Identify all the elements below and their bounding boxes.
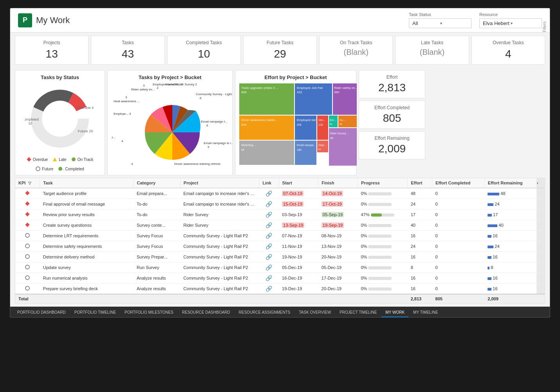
cell-effort-completed: 0 — [432, 231, 485, 241]
svg-text:Completed: Completed — [25, 117, 39, 121]
effort-completed-value: 805 — [365, 112, 419, 125]
link-icon[interactable]: 🔗 — [266, 233, 272, 239]
tab-portfolio-dashboard[interactable]: PORTFOLIO DASHBOARD — [13, 308, 70, 317]
cell-effort-remaining: 16 — [484, 231, 537, 241]
svg-text:Employe... 3: Employe... 3 — [114, 112, 131, 116]
link-icon[interactable]: 🔗 — [266, 243, 272, 249]
tab-resource-assignments[interactable]: RESOURCE ASSIGNMENTS — [235, 308, 294, 317]
cell-start: 13-Sep-19 — [279, 220, 318, 231]
resource-chevron-icon: ▾ — [511, 21, 538, 25]
bottom-tabs: PORTFOLIO DASHBOARDPORTFOLIO TIMELINEPOR… — [10, 307, 550, 317]
svg-text:Track upgrades (miles 3 ...: Track upgrades (miles 3 ... — [241, 86, 278, 90]
link-icon[interactable]: 🔗 — [266, 211, 272, 218]
col-effort-remaining[interactable]: Effort Remaining — [484, 178, 537, 188]
total-effort: 2,813 — [408, 294, 432, 303]
cell-start: 11-Nov-19 — [279, 241, 318, 252]
cell-link[interactable]: 🔗 — [259, 284, 279, 294]
cell-task: Final approval of email message — [40, 199, 134, 210]
cell-progress: 0% — [358, 284, 407, 294]
col-category[interactable]: Category — [134, 178, 180, 188]
tasks-by-status-chart: Tasks by Status Completed 10 Overdue 4 F… — [15, 70, 105, 175]
col-finish[interactable]: Finish — [318, 178, 358, 188]
cell-effort-remaining: 8 — [484, 262, 537, 273]
link-icon[interactable]: 🔗 — [266, 201, 272, 207]
cell-project: Rider Survey — [180, 220, 259, 231]
cell-finish: 19-Sep-19 — [318, 220, 358, 231]
svg-text:✓: ✓ — [62, 167, 63, 171]
cell-link[interactable]: 🔗 — [259, 188, 279, 199]
col-start[interactable]: Start — [279, 178, 318, 188]
cell-finish: 13-Nov-19 — [318, 241, 358, 252]
link-icon[interactable]: 🔗 — [266, 275, 272, 281]
col-project[interactable]: Project — [180, 178, 259, 188]
table-row: Review prior survey results To-do Rider … — [15, 210, 545, 220]
cell-kpi — [15, 220, 40, 231]
table-header-row: KPI ▽ Task Category Project Link Start F… — [15, 178, 545, 188]
cell-effort-remaining: 16 — [484, 273, 537, 284]
link-icon[interactable]: 🔗 — [266, 254, 272, 260]
cell-project: Community Survey - Light Rail P2 — [180, 241, 259, 252]
kpi-label-0: Projects — [21, 40, 83, 45]
svg-text:Stati...: Stati... — [318, 144, 326, 146]
svg-text:Employee Job Fair: Employee Job Fair — [297, 86, 323, 90]
cell-task: Determine LRT requirements — [40, 231, 134, 241]
svg-text:4: 4 — [131, 162, 133, 166]
tab-portfolio-milestones[interactable]: PORTFOLIO MILESTONES — [121, 308, 177, 317]
cell-link[interactable]: 🔗 — [259, 210, 279, 220]
effort-remaining-label: Effort Remaining — [365, 135, 419, 141]
svg-text:96: 96 — [330, 123, 332, 125]
cell-effort-completed: 0 — [432, 273, 485, 284]
col-effort[interactable]: Effort — [408, 178, 432, 188]
svg-text:200: 200 — [297, 123, 302, 126]
cell-effort: 16 — [408, 284, 432, 294]
link-icon[interactable]: 🔗 — [266, 222, 272, 228]
task-status-dropdown[interactable]: All ▾ — [409, 18, 471, 28]
kpi-label-1: Tasks — [97, 40, 159, 45]
cell-link[interactable]: 🔗 — [259, 241, 279, 252]
resource-filter-group: Resource Elva Hebert ▾ — [479, 12, 542, 28]
legend-late: Late — [52, 157, 66, 162]
svg-text:360: 360 — [334, 90, 340, 94]
effort-remaining-card: Effort Remaining 2,009 — [359, 131, 425, 159]
cell-progress: 0% — [358, 262, 407, 273]
cell-effort-completed: 0 — [432, 210, 485, 220]
tab-my-work[interactable]: MY WORK — [381, 308, 408, 317]
svg-point-74 — [25, 255, 29, 258]
cell-category: Survey Prepar... — [134, 252, 180, 262]
legend-future: Future — [36, 166, 53, 171]
cell-effort: 48 — [408, 188, 432, 199]
cell-category: To-do — [134, 210, 180, 220]
tab-portfolio-timeline[interactable]: PORTFOLIO TIMELINE — [70, 308, 120, 317]
resource-dropdown[interactable]: Elva Hebert ▾ — [479, 18, 542, 28]
svg-text:Employee ben...: Employee ben... — [297, 118, 320, 122]
cell-link[interactable]: 🔗 — [259, 220, 279, 231]
tab-resource-dashboard[interactable]: RESOURCE DASHBOARD — [178, 308, 234, 317]
svg-text:Community Survey - Light Rail : Community Survey - Light Rail P2 — [196, 92, 233, 96]
cell-progress: 0% — [358, 273, 407, 284]
cell-start: 03-Sep-19 — [279, 210, 318, 220]
link-icon[interactable]: 🔗 — [266, 285, 272, 292]
tab-my-timeline[interactable]: MY TIMELINE — [409, 308, 442, 317]
effort-summary: Effort 2,813 Effort Completed 805 Effort… — [359, 70, 425, 175]
col-task[interactable]: Task — [40, 178, 134, 188]
col-effort-completed[interactable]: Effort Completed — [432, 178, 485, 188]
cell-link[interactable]: 🔗 — [259, 273, 279, 284]
cell-scroll — [537, 241, 544, 252]
legend-completed: ✓ Completed — [58, 166, 84, 171]
cell-effort: 40 — [408, 220, 432, 231]
kpi-sort-icon[interactable]: ▽ — [28, 181, 31, 185]
cell-link[interactable]: 🔗 — [259, 262, 279, 273]
link-icon[interactable]: 🔗 — [266, 190, 272, 197]
cell-link[interactable]: 🔗 — [259, 252, 279, 262]
cell-link[interactable]: 🔗 — [259, 199, 279, 210]
tab-project-timeline[interactable]: PROJECT TIMELINE — [336, 308, 381, 317]
app-logo: P — [18, 13, 32, 27]
kpi-card-1: Tasks 43 — [91, 36, 164, 65]
cell-project: Community Survey - Light Rail P2 — [180, 284, 259, 294]
col-progress[interactable]: Progress — [358, 178, 407, 188]
tab-task-overview[interactable]: TASK OVERVIEW — [295, 308, 335, 317]
cell-link[interactable]: 🔗 — [259, 231, 279, 241]
cell-effort-remaining: 40 — [484, 220, 537, 231]
link-icon[interactable]: 🔗 — [266, 264, 272, 271]
cell-project: Community Survey - Light Rail P2 — [180, 231, 259, 241]
